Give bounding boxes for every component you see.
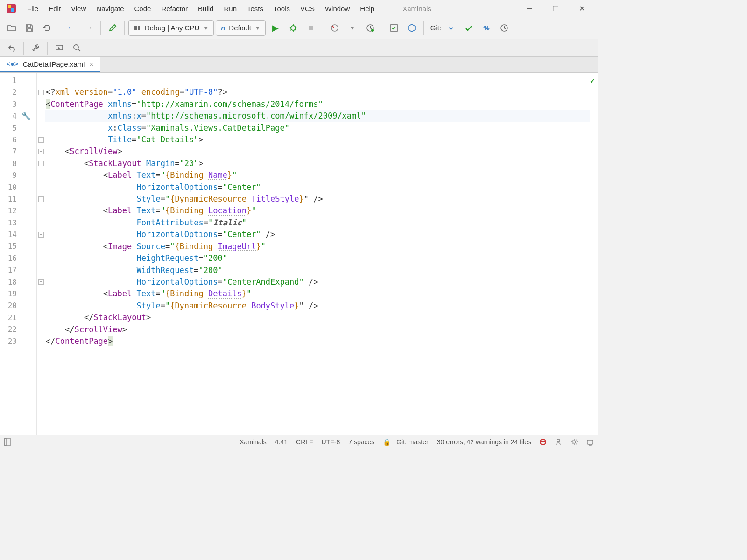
svg-rect-17 (587, 440, 593, 444)
line-number: 11− (0, 193, 45, 205)
configuration-dropdown[interactable]: Debug | Any CPU ▼ (128, 20, 214, 36)
target-dropdown[interactable]: n Default ▼ (216, 20, 266, 36)
back-icon[interactable]: ← (63, 20, 79, 36)
status-project[interactable]: Xaminals (240, 438, 267, 446)
svg-rect-1 (8, 5, 11, 8)
fold-icon[interactable]: − (38, 279, 44, 285)
wrench-icon[interactable] (28, 40, 43, 56)
chevron-down-small-icon[interactable]: ▼ (345, 20, 360, 36)
build-icon[interactable] (105, 20, 120, 36)
git-label: Git: (430, 24, 441, 32)
status-stop-icon[interactable] (540, 439, 546, 445)
main-toolbar: ← → Debug | Any CPU ▼ n Default ▼ ▶ ■ ▼ … (0, 17, 598, 39)
git-push-icon[interactable] (479, 20, 494, 36)
separator (124, 21, 125, 35)
fold-icon[interactable]: − (38, 196, 44, 202)
line-number: 4🔧 (0, 110, 45, 122)
menu-view[interactable]: View (66, 3, 91, 14)
menu-help[interactable]: Help (355, 3, 379, 14)
fold-icon[interactable]: − (38, 232, 44, 238)
refresh-icon[interactable] (39, 20, 55, 36)
status-indent[interactable]: 7 spaces (348, 438, 374, 446)
tool-window-icon[interactable] (4, 438, 11, 446)
line-number: 18− (0, 276, 45, 288)
status-eol[interactable]: CRLF (296, 438, 313, 446)
configuration-label: Debug | Any CPU (145, 24, 199, 32)
line-number: 17 (0, 264, 45, 276)
tab-label: CatDetailPage.xaml (23, 60, 85, 68)
close-tab-icon[interactable]: × (89, 60, 93, 68)
app-logo-icon (5, 2, 18, 15)
code-area[interactable]: ✔<?xml version="1.0" encoding="UTF-8"?> … (45, 73, 598, 435)
unit-test-icon[interactable] (386, 20, 402, 36)
profile-icon[interactable] (327, 20, 343, 36)
svg-point-12 (74, 45, 78, 49)
undo-icon[interactable] (4, 40, 20, 56)
menu-edit[interactable]: Edit (44, 3, 65, 14)
git-commit-icon[interactable] (461, 20, 477, 36)
line-number: 10 (0, 182, 45, 193)
secondary-toolbar (0, 39, 598, 57)
stop-icon[interactable]: ■ (303, 20, 319, 36)
status-settings-icon[interactable] (571, 438, 578, 446)
status-position[interactable]: 4:41 (275, 438, 288, 446)
svg-rect-4 (138, 26, 140, 30)
debug-icon[interactable] (285, 20, 301, 36)
fold-icon[interactable]: − (38, 149, 44, 154)
hammer-gutter-icon[interactable]: 🔧 (21, 110, 31, 122)
open-icon[interactable] (4, 20, 20, 36)
menu-code[interactable]: Code (130, 3, 156, 14)
line-number: 8− (0, 158, 45, 169)
line-number: 20 (0, 300, 45, 311)
menu-build[interactable]: Build (193, 3, 218, 14)
search-icon[interactable] (69, 40, 85, 56)
menu-window[interactable]: Window (320, 3, 354, 14)
menu-vcs[interactable]: VCS (296, 3, 319, 14)
chevron-down-icon: ▼ (255, 25, 261, 31)
editor: 1 2− 3 4🔧 5 6− 7− 8− 9 10 11− 12 13 14− … (0, 73, 598, 435)
menu-navigate[interactable]: Navigate (92, 3, 128, 14)
git-pull-icon[interactable] (443, 20, 459, 36)
status-errors[interactable]: 30 errors, 42 warnings in 24 files (437, 438, 531, 446)
menu-run[interactable]: Run (219, 3, 241, 14)
target-label: Default (229, 24, 251, 32)
status-branch[interactable]: 🔒 Git: master (383, 438, 428, 446)
maximize-button[interactable]: ☐ (549, 2, 562, 15)
line-number: 23 (0, 336, 45, 347)
line-number: 12 (0, 205, 45, 217)
menu-tools[interactable]: Tools (269, 3, 295, 14)
separator (323, 21, 323, 35)
fold-icon[interactable]: − (38, 90, 44, 95)
status-notifications-icon[interactable] (586, 438, 594, 446)
svg-point-8 (371, 29, 374, 32)
save-icon[interactable] (21, 20, 37, 36)
separator (100, 21, 101, 35)
git-history-icon[interactable] (496, 20, 512, 36)
fold-icon[interactable]: − (38, 137, 44, 143)
analysis-ok-icon[interactable]: ✔ (590, 75, 595, 86)
nuget-icon[interactable] (404, 20, 420, 36)
lock-icon: 🔒 (383, 438, 391, 446)
presentation-icon[interactable] (51, 40, 67, 56)
line-number: 13 (0, 217, 45, 229)
tab-catdetailpage[interactable]: <●> CatDetailPage.xaml × (0, 57, 100, 72)
run-icon[interactable]: ▶ (268, 20, 283, 36)
status-bar: Xaminals 4:41 CRLF UTF-8 7 spaces 🔒 Git:… (0, 435, 598, 448)
menu-refactor[interactable]: Refactor (156, 3, 192, 14)
chevron-down-icon: ▼ (203, 25, 209, 31)
menu-tests[interactable]: Tests (242, 3, 268, 14)
close-button[interactable]: ✕ (575, 2, 588, 15)
status-encoding[interactable]: UTF-8 (322, 438, 340, 446)
forward-icon[interactable]: → (81, 20, 97, 36)
menu-file[interactable]: File (22, 3, 43, 14)
minimize-button[interactable]: ─ (523, 2, 536, 15)
line-number: 22 (0, 323, 45, 335)
status-inspector-icon[interactable] (555, 438, 562, 446)
line-number: 1 (0, 75, 45, 86)
line-number: 21 (0, 312, 45, 323)
attach-icon[interactable] (362, 20, 378, 36)
line-number: 6− (0, 134, 45, 146)
fold-icon[interactable]: − (38, 161, 44, 166)
separator (59, 21, 59, 35)
dotnet-icon: n (221, 24, 225, 32)
